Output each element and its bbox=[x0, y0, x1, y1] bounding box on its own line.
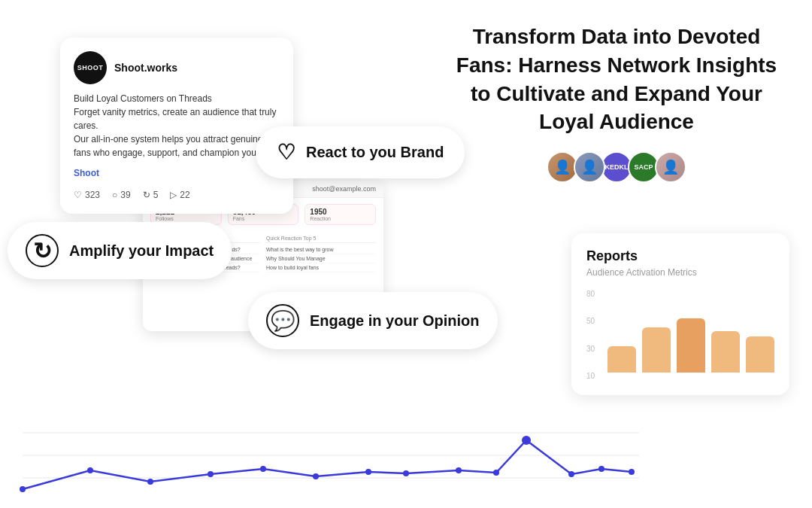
dot-7 bbox=[365, 469, 371, 475]
share-action[interactable]: ▷ 22 bbox=[170, 190, 189, 200]
content-col-right: Quick Reaction Top 5 What is the best wa… bbox=[266, 236, 376, 272]
line-path bbox=[23, 440, 632, 489]
dot-6 bbox=[313, 473, 319, 479]
bar-1 bbox=[607, 346, 636, 373]
reports-title: Reports bbox=[586, 248, 774, 264]
engage-badge: 💬 Engage in your Opinion bbox=[248, 292, 498, 349]
engage-label: Engage in your Opinion bbox=[310, 312, 480, 330]
dot-10 bbox=[493, 470, 499, 476]
dashboard-email: shoot@example.com bbox=[312, 185, 376, 193]
y-label-80: 80 bbox=[586, 290, 604, 298]
post-body: Build Loyal Customers on Threads Forget … bbox=[74, 92, 280, 160]
comment-action[interactable]: ○ 39 bbox=[112, 190, 131, 200]
dot-12 bbox=[568, 471, 574, 477]
dot-5 bbox=[260, 466, 266, 472]
page-container: Transform Data into Devoted Fans: Harnes… bbox=[0, 0, 812, 508]
react-brand-badge: ♡ React to you Brand bbox=[256, 126, 465, 178]
dot-4 bbox=[208, 471, 214, 477]
bar-5 bbox=[746, 336, 774, 373]
heart-icon: ♡ bbox=[74, 190, 82, 200]
post-actions: ♡ 323 ○ 39 ↻ 5 ▷ 22 bbox=[74, 190, 280, 200]
bar-chart bbox=[607, 290, 774, 373]
reaction-row-2: Why Should You Manage bbox=[266, 254, 376, 263]
right-section: Transform Data into Devoted Fans: Harnes… bbox=[451, 23, 782, 183]
dot-2 bbox=[87, 467, 93, 473]
main-heading: Transform Data into Devoted Fans: Harnes… bbox=[451, 23, 782, 136]
avatar-3 bbox=[655, 151, 686, 183]
avatar-row: KEDKL SACP bbox=[451, 151, 782, 183]
engage-icon: 💬 bbox=[266, 304, 299, 337]
repost-action[interactable]: ↻ 5 bbox=[143, 190, 159, 200]
amplify-badge: ↻ Amplify your Impact bbox=[8, 222, 232, 279]
reaction-row-1: What is the best way to grow bbox=[266, 245, 376, 254]
y-label-30: 30 bbox=[586, 345, 604, 353]
repost-count: 5 bbox=[153, 190, 159, 200]
comment-icon: ○ bbox=[112, 190, 117, 200]
post-header: SHOOT Shoot.works bbox=[74, 51, 280, 84]
repost-icon: ↻ bbox=[143, 190, 150, 200]
chart-area: 80 50 30 10 bbox=[586, 290, 774, 380]
line-chart-svg bbox=[0, 410, 812, 500]
reaction-row-3: How to build loyal fans bbox=[266, 263, 376, 272]
reports-card: Reports Audience Activation Metrics 80 5… bbox=[571, 233, 789, 395]
line-chart-container bbox=[0, 410, 812, 500]
bar-4 bbox=[711, 331, 740, 373]
reports-subtitle: Audience Activation Metrics bbox=[586, 267, 774, 278]
share-count: 22 bbox=[180, 190, 189, 200]
dot-1 bbox=[20, 486, 26, 492]
y-label-10: 10 bbox=[586, 372, 604, 380]
dot-9 bbox=[456, 467, 462, 473]
dot-spike bbox=[522, 436, 531, 445]
y-label-50: 50 bbox=[586, 317, 604, 325]
comment-count: 39 bbox=[120, 190, 130, 200]
reactions-label: Quick Reaction Top 5 bbox=[266, 236, 376, 243]
like-count: 323 bbox=[85, 190, 100, 200]
post-author: Shoot.works bbox=[114, 62, 177, 74]
post-card: SHOOT Shoot.works Build Loyal Customers … bbox=[60, 38, 293, 214]
stat-reaction: 1950 Reaction bbox=[304, 204, 376, 225]
dot-13 bbox=[598, 466, 604, 472]
dot-8 bbox=[403, 470, 409, 476]
dot-14 bbox=[629, 469, 635, 475]
shoot-logo: SHOOT bbox=[74, 51, 107, 84]
react-brand-label: React to you Brand bbox=[306, 144, 444, 161]
bar-3 bbox=[677, 318, 705, 373]
amplify-icon: ↻ bbox=[26, 234, 59, 267]
y-axis-labels: 80 50 30 10 bbox=[586, 290, 604, 380]
share-icon: ▷ bbox=[170, 190, 177, 200]
bar-2 bbox=[642, 327, 671, 373]
like-action[interactable]: ♡ 323 bbox=[74, 190, 100, 200]
dot-3 bbox=[147, 479, 153, 485]
amplify-label: Amplify your Impact bbox=[69, 242, 214, 260]
post-link[interactable]: Shoot bbox=[74, 168, 99, 178]
heart-badge-icon: ♡ bbox=[277, 140, 295, 165]
avatar-2 bbox=[574, 151, 605, 183]
